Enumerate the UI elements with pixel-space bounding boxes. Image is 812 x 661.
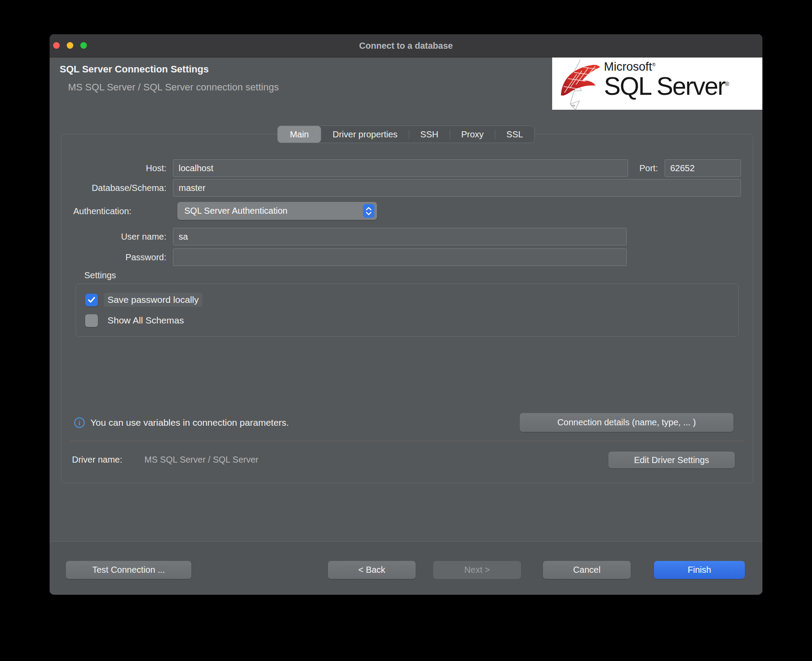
dialog-footer: Test Connection ... < Back Next > Cancel… (50, 541, 762, 595)
tab-ssh[interactable]: SSH (409, 126, 450, 143)
show-all-schemas-checkbox-label[interactable]: Show All Schemas (104, 313, 187, 327)
finish-button[interactable]: Finish (654, 561, 745, 579)
authentication-label: Authentication: (73, 202, 169, 220)
database-input[interactable] (173, 179, 741, 197)
connection-details-button[interactable]: Connection details (name, type, ... ) (520, 413, 733, 432)
show-all-schemas-row: Show All Schemas (85, 312, 187, 329)
driver-name-value: MS SQL Server / SQL Server (144, 452, 259, 467)
chevron-up-down-icon (363, 204, 374, 218)
edit-driver-settings-button[interactable]: Edit Driver Settings (608, 452, 735, 468)
host-input[interactable] (173, 159, 628, 177)
tab-bar: Main Driver properties SSH Proxy SSL (277, 126, 535, 143)
database-label: Database/Schema: (70, 179, 166, 197)
page-title: SQL Server Connection Settings (60, 64, 208, 75)
cancel-button[interactable]: Cancel (543, 561, 631, 579)
logo-text: Microsoft® SQL Server® (604, 61, 729, 99)
authentication-selected-value: SQL Server Authentication (184, 206, 363, 216)
test-connection-button[interactable]: Test Connection ... (66, 561, 191, 579)
tab-driver-properties[interactable]: Driver properties (321, 126, 409, 143)
save-password-checkbox-label[interactable]: Save password locally (104, 293, 202, 307)
authentication-select[interactable]: SQL Server Authentication (177, 202, 377, 220)
password-label: Password: (70, 248, 166, 266)
logo-product: SQL Server (604, 72, 725, 100)
window-title: Connect to a database (50, 34, 762, 57)
driver-divider (70, 441, 744, 441)
main-settings-panel: Host: Port: Database/Schema: Authenticat… (61, 134, 753, 483)
tab-ssl[interactable]: SSL (495, 126, 535, 143)
info-icon: i (74, 417, 85, 428)
save-password-row: Save password locally (85, 291, 202, 309)
screen: Connect to a database SQL Server Connect… (0, 0, 812, 661)
logo-brand: Microsoft (604, 60, 652, 73)
save-password-checkbox[interactable] (85, 294, 98, 306)
show-all-schemas-checkbox[interactable] (85, 314, 98, 327)
tab-proxy[interactable]: Proxy (450, 126, 495, 143)
settings-groupbox: Save password locally Show All Schemas (75, 284, 739, 337)
logo-product-reg: ® (725, 81, 729, 87)
next-button: Next > (433, 561, 521, 579)
connect-dialog-window: Connect to a database SQL Server Connect… (50, 34, 762, 595)
port-label: Port: (628, 159, 658, 177)
sql-server-swoosh-icon (555, 58, 604, 110)
tab-main[interactable]: Main (277, 126, 321, 143)
username-input[interactable] (173, 228, 627, 245)
port-input[interactable] (665, 159, 741, 177)
username-label: User name: (70, 228, 166, 245)
info-message: You can use variables in connection para… (90, 413, 289, 432)
logo-trademark: ™ (571, 104, 575, 109)
sql-server-logo: ™ Microsoft® SQL Server® (552, 57, 762, 110)
settings-group-label: Settings (84, 270, 116, 280)
logo-brand-reg: ® (652, 62, 656, 67)
page-subtitle: MS SQL Server / SQL Server connection se… (68, 82, 279, 93)
driver-name-label: Driver name: (72, 452, 122, 467)
password-input[interactable] (173, 248, 627, 266)
titlebar: Connect to a database (50, 34, 762, 57)
back-button[interactable]: < Back (328, 561, 416, 579)
host-label: Host: (70, 159, 166, 177)
